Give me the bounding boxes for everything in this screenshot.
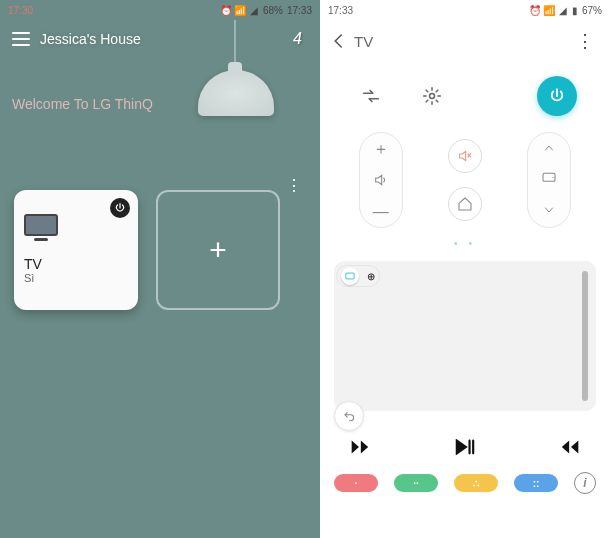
device-cards: TV Sì + (14, 190, 280, 310)
yellow-button[interactable]: ∴ (454, 474, 498, 492)
status-icons: ⏰ 📶 ◢ ▮ 67% (530, 5, 602, 16)
next-button[interactable] (560, 439, 582, 460)
thinq-home-screen: 17:30 ⏰ 📶 ◢ 68% 17:33 Jessica's House 4 … (0, 0, 320, 538)
scrollbar[interactable] (582, 271, 588, 401)
volume-icon (373, 172, 389, 191)
status-bar-right: 17:33 ⏰ 📶 ◢ ▮ 67% (320, 0, 610, 20)
battery-time: 17:33 (287, 5, 312, 16)
device-card-tv[interactable]: TV Sì (14, 190, 138, 310)
trackpad-section: ⊕ (320, 255, 610, 417)
previous-button[interactable] (348, 439, 370, 460)
middle-controls (448, 139, 482, 221)
play-pause-button[interactable] (455, 439, 475, 460)
plus-icon: + (209, 233, 227, 267)
svg-point-0 (430, 94, 435, 99)
tv-icon (24, 214, 58, 236)
svg-rect-5 (346, 273, 354, 279)
tv-remote-screen: 17:33 ⏰ 📶 ◢ ▮ 67% TV ⋮ ＋ (320, 0, 610, 538)
app-header: Jessica's House 4 (0, 20, 320, 58)
notification-badge[interactable]: 4 (293, 30, 302, 48)
top-controls (320, 62, 610, 126)
green-button[interactable]: ·· (394, 474, 438, 492)
wifi-icon: 📶 (235, 5, 245, 15)
channel-up-button[interactable] (543, 140, 555, 158)
clock: 17:30 (8, 5, 33, 16)
input-button[interactable] (353, 78, 389, 114)
back-icon[interactable] (330, 32, 348, 50)
svg-point-4 (553, 177, 554, 178)
volume-up-button[interactable]: ＋ (373, 139, 389, 160)
main-controls: ＋ — (320, 126, 610, 234)
media-controls (320, 417, 610, 468)
menu-icon[interactable] (12, 32, 30, 46)
lamp-decoration (198, 70, 274, 116)
status-bar-left: 17:30 ⏰ 📶 ◢ 68% 17:33 (0, 0, 320, 20)
overflow-menu-icon[interactable]: ⋮ (576, 30, 594, 52)
add-device-card[interactable]: + (156, 190, 280, 310)
page-indicator: • • (320, 238, 610, 249)
blue-button[interactable]: :: (514, 474, 558, 492)
back-button[interactable] (334, 401, 364, 431)
device-card-subtitle: Sì (24, 272, 128, 284)
remote-title: TV (354, 33, 373, 50)
battery-percent: 68% (263, 5, 283, 16)
mute-button[interactable] (448, 139, 482, 173)
signal-icon: ◢ (558, 5, 568, 15)
alarm-icon: ⏰ (530, 5, 540, 15)
home-button[interactable] (448, 187, 482, 221)
info-button[interactable]: i (574, 472, 596, 494)
red-button[interactable]: · (334, 474, 378, 492)
home-title[interactable]: Jessica's House (40, 31, 141, 47)
device-card-title: TV (24, 256, 128, 272)
channel-icon (541, 171, 557, 188)
channel-pill (527, 132, 571, 228)
status-icons: ⏰ 📶 ◢ 68% 17:33 (221, 5, 312, 16)
volume-down-button[interactable]: — (373, 203, 389, 221)
pointer-mode-icon: ⊕ (367, 271, 375, 282)
channel-down-button[interactable] (543, 202, 555, 220)
signal-icon: ◢ (249, 5, 259, 15)
remote-header: TV ⋮ (320, 20, 610, 62)
volume-pill: ＋ — (359, 132, 403, 228)
trackpad-mode-toggle[interactable]: ⊕ (336, 265, 380, 287)
device-power-icon[interactable] (110, 198, 130, 218)
clock: 17:33 (328, 5, 353, 16)
battery-percent: 67% (582, 5, 602, 16)
wifi-icon: 📶 (544, 5, 554, 15)
overflow-menu-icon[interactable]: ⋮ (286, 176, 302, 195)
battery-icon: ▮ (572, 5, 578, 16)
color-buttons-row: · ·· ∴ :: i (320, 468, 610, 504)
alarm-icon: ⏰ (221, 5, 231, 15)
touchpad-mode-icon (341, 267, 359, 285)
power-button[interactable] (537, 76, 577, 116)
settings-button[interactable] (414, 78, 450, 114)
